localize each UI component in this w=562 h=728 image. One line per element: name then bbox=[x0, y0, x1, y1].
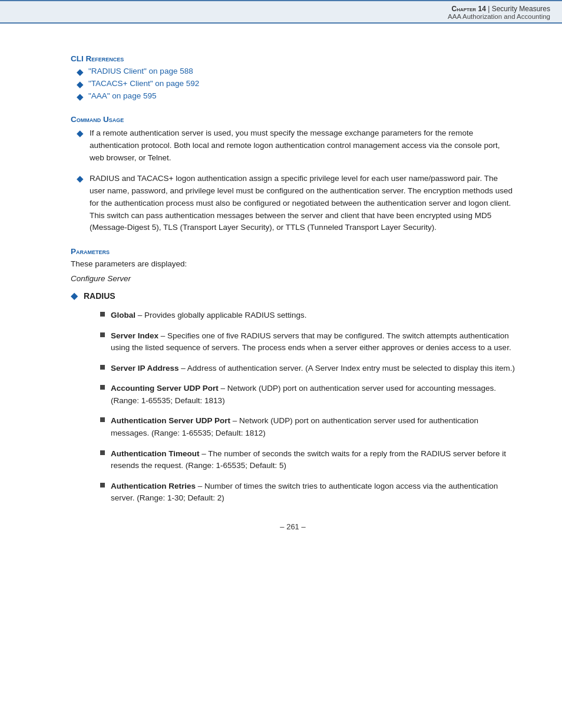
square-icon bbox=[100, 385, 105, 390]
server-index-text: Specifies one of five RADIUS servers tha… bbox=[111, 331, 511, 353]
square-icon bbox=[100, 332, 105, 337]
server-index-title: Server Index bbox=[111, 331, 158, 340]
server-ip-dash: – bbox=[181, 364, 187, 373]
radius-label: RADIUS bbox=[84, 291, 115, 301]
page-number: – 261 – bbox=[280, 522, 305, 531]
tacacs-client-link[interactable]: "TACACS+ Client" on page 592 bbox=[88, 79, 199, 88]
radius-sub-list: Global – Provides globally applicable RA… bbox=[71, 309, 515, 504]
diamond-icon: ◆ bbox=[77, 67, 84, 77]
auth-timeout-dash: – bbox=[201, 449, 208, 458]
accounting-udp-dash: – bbox=[221, 384, 227, 393]
command-usage-list: ◆ If a remote authentication server is u… bbox=[71, 127, 515, 234]
accounting-udp-title: Accounting Server UDP Port bbox=[111, 384, 219, 393]
global-item: Global – Provides globally applicable RA… bbox=[111, 309, 515, 322]
header-subtitle: AAA Authorization and Accounting bbox=[448, 13, 550, 20]
cli-references-title: CLI References bbox=[71, 54, 515, 63]
list-item: ◆ "RADIUS Client" on page 588 bbox=[77, 67, 515, 77]
parameters-title: Parameters bbox=[71, 247, 515, 256]
list-item: Server IP Address – Address of authentic… bbox=[100, 363, 515, 375]
square-icon bbox=[100, 450, 105, 455]
list-item: ◆ "TACACS+ Client" on page 592 bbox=[77, 79, 515, 90]
parameters-intro: These parameters are displayed: bbox=[71, 259, 515, 268]
global-text: Provides globally applicable RADIUS sett… bbox=[144, 311, 306, 319]
server-ip-item: Server IP Address – Address of authentic… bbox=[111, 363, 515, 375]
aaa-link[interactable]: "AAA" on page 595 bbox=[88, 91, 156, 100]
square-icon bbox=[100, 312, 105, 317]
chapter-label: Chapter 14 bbox=[452, 5, 486, 13]
command-usage-item-1: If a remote authentication server is use… bbox=[90, 127, 515, 164]
list-item: Global – Provides globally applicable RA… bbox=[100, 309, 515, 322]
list-item: Server Index – Specifies one of five RAD… bbox=[100, 330, 515, 354]
header-chapter-line: Chapter 14 | Security Measures bbox=[448, 5, 550, 13]
auth-timeout-item: Authentication Timeout – The number of s… bbox=[111, 448, 515, 472]
page-footer: – 261 – bbox=[71, 522, 515, 543]
page-header: Chapter 14 | Security Measures AAA Autho… bbox=[0, 1, 562, 24]
auth-udp-item: Authentication Server UDP Port – Network… bbox=[111, 415, 515, 439]
auth-retries-dash: – bbox=[198, 482, 204, 490]
list-item: ◆ RADIUS and TACACS+ logon authenticatio… bbox=[77, 173, 515, 235]
list-item: ◆ "AAA" on page 595 bbox=[77, 91, 515, 102]
global-title: Global bbox=[111, 311, 135, 319]
diamond-icon: ◆ bbox=[77, 173, 84, 184]
server-ip-text: Address of authentication server. (A Ser… bbox=[187, 364, 515, 373]
radius-section: ◆ RADIUS Global – Provides globally appl… bbox=[71, 290, 515, 504]
header-title: Security Measures bbox=[492, 5, 550, 13]
list-item: Authentication Retries – Number of times… bbox=[100, 480, 515, 505]
diamond-icon: ◆ bbox=[77, 79, 84, 90]
auth-timeout-title: Authentication Timeout bbox=[111, 449, 200, 458]
server-index-dash: – bbox=[161, 331, 167, 340]
list-item: Authentication Server UDP Port – Network… bbox=[100, 415, 515, 439]
auth-udp-title: Authentication Server UDP Port bbox=[111, 416, 230, 425]
command-usage-title: Command Usage bbox=[71, 115, 515, 124]
diamond-icon: ◆ bbox=[77, 91, 84, 102]
server-ip-title: Server IP Address bbox=[111, 364, 179, 373]
configure-server-label: Configure Server bbox=[71, 274, 515, 283]
cli-references-list: ◆ "RADIUS Client" on page 588 ◆ "TACACS+… bbox=[71, 67, 515, 102]
list-item: Authentication Timeout – The number of s… bbox=[100, 448, 515, 472]
list-item: ◆ If a remote authentication server is u… bbox=[77, 127, 515, 164]
global-dash: – bbox=[138, 311, 144, 319]
main-content: CLI References ◆ "RADIUS Client" on page… bbox=[0, 24, 562, 566]
square-icon bbox=[100, 483, 105, 487]
server-index-item: Server Index – Specifies one of five RAD… bbox=[111, 330, 515, 354]
list-item: Accounting Server UDP Port – Network (UD… bbox=[100, 383, 515, 407]
auth-udp-dash: – bbox=[233, 416, 239, 425]
header-separator: | bbox=[488, 5, 490, 13]
radius-header: ◆ RADIUS bbox=[71, 290, 515, 301]
accounting-udp-item: Accounting Server UDP Port – Network (UD… bbox=[111, 383, 515, 407]
diamond-icon: ◆ bbox=[77, 128, 84, 139]
command-usage-item-2: RADIUS and TACACS+ logon authentication … bbox=[90, 173, 515, 235]
auth-retries-item: Authentication Retries – Number of times… bbox=[111, 480, 515, 505]
radius-client-link[interactable]: "RADIUS Client" on page 588 bbox=[88, 67, 193, 75]
square-icon bbox=[100, 365, 105, 370]
auth-retries-title: Authentication Retries bbox=[111, 482, 196, 490]
header-right: Chapter 14 | Security Measures AAA Autho… bbox=[448, 5, 550, 20]
diamond-icon: ◆ bbox=[71, 290, 78, 301]
square-icon bbox=[100, 417, 105, 422]
